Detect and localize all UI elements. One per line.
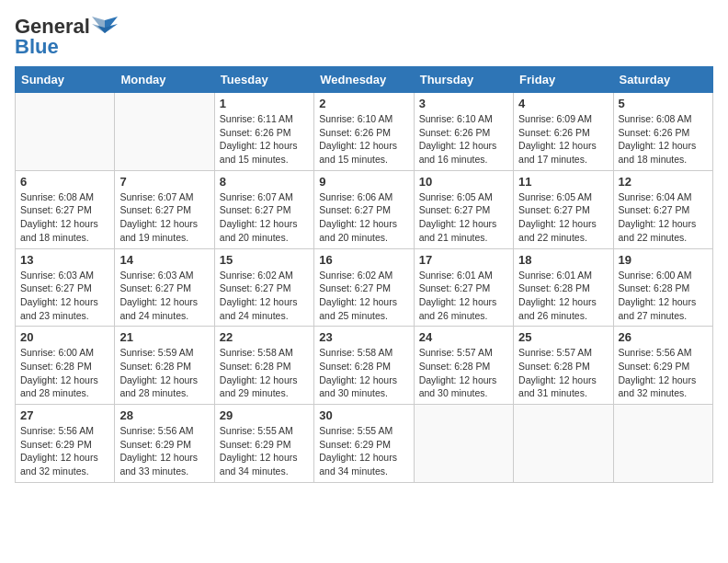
calendar-day-cell xyxy=(414,405,513,483)
day-info: Sunrise: 6:10 AM Sunset: 6:26 PM Dayligh… xyxy=(319,112,408,167)
weekday-header-wednesday: Wednesday xyxy=(314,67,414,93)
day-info: Sunrise: 5:57 AM Sunset: 6:28 PM Dayligh… xyxy=(419,346,508,400)
calendar-day-cell: 6Sunrise: 6:08 AM Sunset: 6:27 PM Daylig… xyxy=(16,170,115,248)
day-number: 19 xyxy=(619,253,708,267)
day-number: 25 xyxy=(518,330,608,344)
day-info: Sunrise: 5:55 AM Sunset: 6:29 PM Dayligh… xyxy=(220,424,309,478)
day-number: 30 xyxy=(319,408,408,422)
calendar-day-cell: 25Sunrise: 5:57 AM Sunset: 6:28 PM Dayli… xyxy=(514,327,613,405)
logo-bird-icon xyxy=(92,17,118,35)
day-info: Sunrise: 6:05 AM Sunset: 6:27 PM Dayligh… xyxy=(419,190,508,245)
day-number: 21 xyxy=(119,330,209,344)
day-number: 28 xyxy=(119,408,209,422)
day-info: Sunrise: 6:02 AM Sunset: 6:27 PM Dayligh… xyxy=(220,269,309,323)
day-info: Sunrise: 5:56 AM Sunset: 6:29 PM Dayligh… xyxy=(20,424,109,478)
page-header: General Blue xyxy=(15,15,713,59)
weekday-header-tuesday: Tuesday xyxy=(214,67,313,93)
day-info: Sunrise: 6:03 AM Sunset: 6:27 PM Dayligh… xyxy=(20,269,109,323)
day-info: Sunrise: 5:59 AM Sunset: 6:28 PM Dayligh… xyxy=(119,346,209,400)
day-number: 7 xyxy=(119,175,209,189)
calendar-day-cell: 28Sunrise: 5:56 AM Sunset: 6:29 PM Dayli… xyxy=(115,405,214,483)
day-info: Sunrise: 6:01 AM Sunset: 6:28 PM Dayligh… xyxy=(518,269,608,323)
weekday-header-thursday: Thursday xyxy=(414,67,513,93)
calendar-day-cell: 22Sunrise: 5:58 AM Sunset: 6:28 PM Dayli… xyxy=(214,327,313,405)
day-number: 18 xyxy=(518,253,608,267)
day-number: 9 xyxy=(319,175,408,189)
day-info: Sunrise: 5:55 AM Sunset: 6:29 PM Dayligh… xyxy=(319,424,408,478)
calendar-table: SundayMondayTuesdayWednesdayThursdayFrid… xyxy=(15,66,713,483)
calendar-day-cell: 15Sunrise: 6:02 AM Sunset: 6:27 PM Dayli… xyxy=(214,248,313,327)
day-info: Sunrise: 5:58 AM Sunset: 6:28 PM Dayligh… xyxy=(220,346,309,400)
calendar-day-cell: 24Sunrise: 5:57 AM Sunset: 6:28 PM Dayli… xyxy=(414,327,513,405)
calendar-day-cell xyxy=(613,405,712,483)
calendar-day-cell: 29Sunrise: 5:55 AM Sunset: 6:29 PM Dayli… xyxy=(214,405,313,483)
calendar-day-cell: 11Sunrise: 6:05 AM Sunset: 6:27 PM Dayli… xyxy=(514,170,613,248)
day-info: Sunrise: 6:11 AM Sunset: 6:26 PM Dayligh… xyxy=(220,112,309,167)
weekday-header-friday: Friday xyxy=(514,67,613,93)
calendar-day-cell: 16Sunrise: 6:02 AM Sunset: 6:27 PM Dayli… xyxy=(314,248,414,327)
calendar-day-cell: 17Sunrise: 6:01 AM Sunset: 6:27 PM Dayli… xyxy=(414,248,513,327)
day-number: 17 xyxy=(419,253,508,267)
calendar-day-cell: 19Sunrise: 6:00 AM Sunset: 6:28 PM Dayli… xyxy=(613,248,712,327)
calendar-day-cell: 7Sunrise: 6:07 AM Sunset: 6:27 PM Daylig… xyxy=(115,170,214,248)
weekday-header-saturday: Saturday xyxy=(613,67,712,93)
logo-blue: Blue xyxy=(15,35,59,59)
day-info: Sunrise: 6:10 AM Sunset: 6:26 PM Dayligh… xyxy=(419,112,508,167)
day-number: 26 xyxy=(619,330,708,344)
day-number: 13 xyxy=(20,253,109,267)
day-number: 22 xyxy=(220,330,309,344)
weekday-header-monday: Monday xyxy=(115,67,214,93)
day-info: Sunrise: 6:01 AM Sunset: 6:27 PM Dayligh… xyxy=(419,269,508,323)
day-info: Sunrise: 6:07 AM Sunset: 6:27 PM Dayligh… xyxy=(119,190,209,245)
day-info: Sunrise: 5:56 AM Sunset: 6:29 PM Dayligh… xyxy=(619,346,708,400)
day-info: Sunrise: 5:56 AM Sunset: 6:29 PM Dayligh… xyxy=(119,424,209,478)
day-number: 24 xyxy=(419,330,508,344)
calendar-day-cell: 1Sunrise: 6:11 AM Sunset: 6:26 PM Daylig… xyxy=(214,93,313,171)
calendar-day-cell: 26Sunrise: 5:56 AM Sunset: 6:29 PM Dayli… xyxy=(613,327,712,405)
day-number: 3 xyxy=(419,97,508,110)
calendar-header-row: SundayMondayTuesdayWednesdayThursdayFrid… xyxy=(16,67,713,93)
calendar-day-cell: 21Sunrise: 5:59 AM Sunset: 6:28 PM Dayli… xyxy=(115,327,214,405)
day-number: 10 xyxy=(419,175,508,189)
day-info: Sunrise: 6:00 AM Sunset: 6:28 PM Dayligh… xyxy=(20,346,109,400)
day-number: 12 xyxy=(619,175,708,189)
calendar-week-row: 27Sunrise: 5:56 AM Sunset: 6:29 PM Dayli… xyxy=(16,405,713,483)
calendar-week-row: 13Sunrise: 6:03 AM Sunset: 6:27 PM Dayli… xyxy=(16,248,713,327)
calendar-day-cell: 20Sunrise: 6:00 AM Sunset: 6:28 PM Dayli… xyxy=(16,327,115,405)
calendar-day-cell: 4Sunrise: 6:09 AM Sunset: 6:26 PM Daylig… xyxy=(514,93,613,171)
day-info: Sunrise: 6:02 AM Sunset: 6:27 PM Dayligh… xyxy=(319,269,408,323)
day-info: Sunrise: 6:00 AM Sunset: 6:28 PM Dayligh… xyxy=(619,269,708,323)
day-number: 16 xyxy=(319,253,408,267)
calendar-week-row: 1Sunrise: 6:11 AM Sunset: 6:26 PM Daylig… xyxy=(16,93,713,171)
calendar-day-cell xyxy=(514,405,613,483)
day-number: 23 xyxy=(319,330,408,344)
calendar-day-cell: 23Sunrise: 5:58 AM Sunset: 6:28 PM Dayli… xyxy=(314,327,414,405)
day-info: Sunrise: 6:07 AM Sunset: 6:27 PM Dayligh… xyxy=(220,190,309,245)
day-number: 14 xyxy=(119,253,209,267)
calendar-day-cell xyxy=(16,93,115,171)
calendar-day-cell: 3Sunrise: 6:10 AM Sunset: 6:26 PM Daylig… xyxy=(414,93,513,171)
calendar-day-cell: 2Sunrise: 6:10 AM Sunset: 6:26 PM Daylig… xyxy=(314,93,414,171)
day-info: Sunrise: 5:58 AM Sunset: 6:28 PM Dayligh… xyxy=(319,346,408,400)
logo: General Blue xyxy=(15,15,118,59)
day-info: Sunrise: 6:09 AM Sunset: 6:26 PM Dayligh… xyxy=(518,112,608,167)
day-number: 4 xyxy=(518,97,608,110)
calendar-day-cell: 18Sunrise: 6:01 AM Sunset: 6:28 PM Dayli… xyxy=(514,248,613,327)
weekday-header-sunday: Sunday xyxy=(16,67,115,93)
day-info: Sunrise: 6:06 AM Sunset: 6:27 PM Dayligh… xyxy=(319,190,408,245)
calendar-day-cell: 27Sunrise: 5:56 AM Sunset: 6:29 PM Dayli… xyxy=(16,405,115,483)
calendar-day-cell: 13Sunrise: 6:03 AM Sunset: 6:27 PM Dayli… xyxy=(16,248,115,327)
calendar-day-cell: 9Sunrise: 6:06 AM Sunset: 6:27 PM Daylig… xyxy=(314,170,414,248)
calendar-day-cell xyxy=(115,93,214,171)
day-info: Sunrise: 6:08 AM Sunset: 6:26 PM Dayligh… xyxy=(619,112,708,167)
day-number: 1 xyxy=(220,97,309,110)
calendar-day-cell: 5Sunrise: 6:08 AM Sunset: 6:26 PM Daylig… xyxy=(613,93,712,171)
day-number: 2 xyxy=(319,97,408,110)
calendar-day-cell: 12Sunrise: 6:04 AM Sunset: 6:27 PM Dayli… xyxy=(613,170,712,248)
day-info: Sunrise: 5:57 AM Sunset: 6:28 PM Dayligh… xyxy=(518,346,608,400)
day-number: 8 xyxy=(220,175,309,189)
day-number: 15 xyxy=(220,253,309,267)
day-number: 6 xyxy=(20,175,109,189)
day-info: Sunrise: 6:04 AM Sunset: 6:27 PM Dayligh… xyxy=(619,190,708,245)
day-number: 27 xyxy=(20,408,109,422)
